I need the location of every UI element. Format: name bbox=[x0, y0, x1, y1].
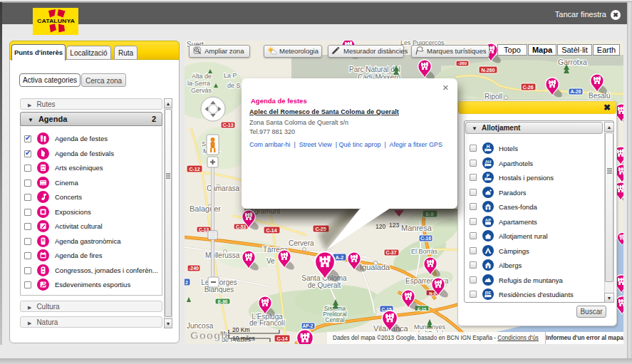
svg-text:E-90: E-90 bbox=[218, 299, 228, 304]
svg-text:AP-2: AP-2 bbox=[303, 323, 314, 328]
svg-text:Besalú: Besalú bbox=[589, 92, 611, 100]
svg-text:Ve: Ve bbox=[266, 257, 275, 265]
svg-text:de Queralt: de Queralt bbox=[308, 281, 341, 289]
svg-text:Mollerussa: Mollerussa bbox=[205, 251, 240, 259]
svg-text:la-Serra: la-Serra bbox=[187, 80, 210, 87]
svg-text:Parc Natural del: Parc Natural del bbox=[349, 66, 400, 73]
svg-text:C-14: C-14 bbox=[266, 228, 276, 233]
svg-text:CATALUNYA: CATALUNYA bbox=[37, 18, 76, 24]
svg-text:10 miles: 10 miles bbox=[232, 335, 255, 342]
svg-text:Central: Central bbox=[325, 316, 345, 323]
svg-text:Alta de: Alta de bbox=[192, 73, 212, 80]
svg-text:H: H bbox=[487, 144, 490, 149]
svg-text:La P: La P bbox=[224, 72, 237, 79]
svg-text:Google: Google bbox=[190, 329, 232, 341]
svg-text:El Borràs: El Borràs bbox=[411, 248, 438, 255]
svg-text:-240: -240 bbox=[189, 266, 199, 271]
svg-text:Gervàs: Gervàs bbox=[191, 87, 212, 94]
svg-text:Balaguer: Balaguer bbox=[190, 204, 221, 213]
svg-text:E-15: E-15 bbox=[418, 307, 427, 311]
svg-text:2: 2 bbox=[185, 280, 188, 285]
svg-text:Igualada: Igualada bbox=[360, 263, 390, 271]
svg-text:AP: AP bbox=[485, 217, 491, 222]
svg-text:C-13: C-13 bbox=[222, 123, 233, 128]
svg-text:Garrotxa: Garrotxa bbox=[558, 58, 587, 66]
svg-text:A-2: A-2 bbox=[336, 255, 343, 260]
svg-text:C-12: C-12 bbox=[189, 167, 200, 172]
svg-text:C-14: C-14 bbox=[276, 336, 287, 341]
svg-text:C-13: C-13 bbox=[199, 227, 209, 232]
svg-text:C-16: C-16 bbox=[420, 236, 431, 241]
svg-text:AH: AH bbox=[485, 159, 492, 163]
svg-text:-260: -260 bbox=[458, 61, 467, 66]
svg-text:C-26: C-26 bbox=[522, 85, 533, 90]
svg-text:N-260: N-260 bbox=[481, 68, 494, 73]
svg-text:RE: RE bbox=[485, 291, 491, 295]
svg-text:20 Km: 20 Km bbox=[232, 326, 250, 333]
svg-text:de Francolí: de Francolí bbox=[249, 319, 285, 327]
svg-text:P: P bbox=[487, 173, 490, 178]
svg-text:A-26: A-26 bbox=[570, 89, 581, 94]
svg-text:de S: de S bbox=[227, 82, 241, 89]
